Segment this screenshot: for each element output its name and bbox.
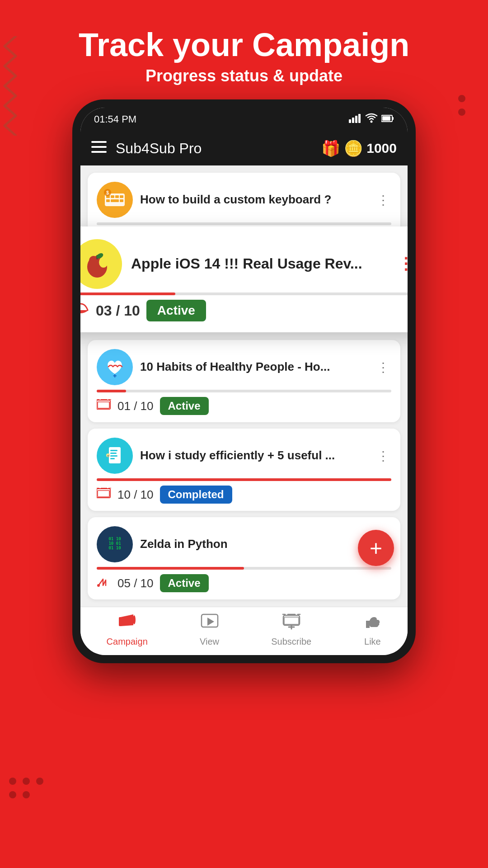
progress-bar-fill-4 — [97, 478, 391, 481]
campaign-card-3: ✚ 10 Habits of Healthy People - Ho... ⋮ — [88, 340, 400, 422]
nav-item-view[interactable]: View — [200, 613, 219, 647]
highlighted-card-icon — [80, 239, 122, 289]
status-time: 01:54 PM — [94, 113, 136, 125]
nav-item-campaign[interactable]: Campaign — [107, 613, 148, 647]
campaign-icon — [118, 613, 136, 634]
header-subtitle: Progress status & update — [0, 66, 488, 85]
svg-text:01 10: 01 10 — [108, 537, 121, 541]
campaign-card-5: 01 10 10 01 01 10 Zelda in Python ⋮ — [88, 517, 400, 599]
like-icon — [363, 613, 381, 634]
svg-rect-17 — [111, 199, 119, 202]
progress-bar-bg-5 — [97, 567, 391, 570]
nav-label-campaign: Campaign — [107, 637, 148, 647]
bottom-nav: Campaign View — [80, 607, 408, 655]
card-menu-btn-1[interactable]: ⋮ — [375, 191, 391, 209]
card-title-3: 10 Habits of Healthy People - Ho... — [140, 359, 368, 375]
card-title-5: Zelda in Python — [140, 537, 368, 552]
status-badge-5: Active — [160, 574, 209, 592]
nav-label-subscribe: Subscribe — [271, 637, 311, 647]
campaign-card-4: ◆ How i study efficiently + 5 useful ...… — [88, 429, 400, 511]
status-badge-3: Active — [160, 397, 209, 415]
card-icon-3: ✚ — [97, 349, 133, 385]
highlighted-card-menu-btn[interactable]: ⋮ — [396, 253, 408, 275]
nav-item-subscribe[interactable]: Subscribe — [271, 613, 311, 647]
svg-rect-39 — [98, 491, 109, 497]
highlighted-progress-bar-bg — [80, 292, 408, 295]
svg-rect-13 — [111, 195, 114, 198]
nav-label-like: Like — [364, 637, 381, 647]
status-icons — [349, 113, 394, 126]
highlighted-card-title: Apple iOS 14 !!! Real Usage Rev... — [131, 255, 387, 274]
signal-icon — [349, 113, 361, 126]
svg-rect-6 — [392, 117, 394, 120]
app-bar: Sub4Sub Pro 🎁 🪙 1000 — [80, 131, 408, 165]
svg-rect-1 — [352, 118, 354, 123]
svg-rect-32 — [110, 450, 117, 451]
svg-rect-34 — [110, 455, 117, 457]
svg-rect-38 — [97, 489, 110, 498]
svg-marker-54 — [121, 614, 133, 626]
svg-rect-3 — [358, 114, 361, 123]
coins-area: 🎁 🪙 1000 — [321, 139, 397, 157]
svg-rect-0 — [349, 119, 351, 123]
svg-rect-9 — [91, 146, 107, 148]
hamburger-menu[interactable] — [91, 141, 107, 156]
header-title: Track your Campaign — [0, 27, 488, 63]
card-type-icon-5 — [97, 576, 111, 591]
wifi-icon — [365, 113, 378, 126]
status-bar: 01:54 PM — [80, 108, 408, 131]
svg-rect-33 — [110, 453, 117, 454]
highlighted-status-badge: Active — [146, 300, 206, 321]
card-icon-5: 01 10 10 01 01 10 — [97, 526, 133, 562]
svg-text:01 10: 01 10 — [108, 546, 121, 550]
subscribe-icon — [282, 613, 300, 634]
card-count-4: 10 / 10 — [117, 488, 154, 502]
card-title-4: How i study efficiently + 5 useful ... — [140, 448, 368, 463]
coin-icon: 🪙 — [344, 139, 363, 157]
svg-rect-18 — [120, 199, 123, 202]
svg-text:✚: ✚ — [113, 373, 117, 378]
svg-rect-7 — [382, 116, 390, 121]
svg-text:$: $ — [106, 190, 109, 195]
progress-bar-bg-1 — [97, 222, 391, 225]
highlighted-card-title-wrapper: Apple iOS 14 !!! Real Usage Rev... — [131, 255, 387, 274]
svg-rect-55 — [119, 617, 122, 626]
svg-rect-8 — [91, 141, 107, 143]
svg-text:10 01: 10 01 — [108, 541, 121, 546]
progress-bar-fill-3 — [97, 390, 126, 392]
nav-item-like[interactable]: Like — [363, 613, 381, 647]
svg-point-4 — [371, 121, 373, 123]
svg-point-50 — [99, 257, 108, 268]
card-count-5: 05 / 10 — [117, 576, 154, 590]
progress-bar-bg-4 — [97, 478, 391, 481]
fab-button[interactable]: + — [358, 530, 394, 566]
app-title: Sub4Sub Pro — [116, 140, 312, 157]
svg-rect-25 — [97, 400, 110, 409]
card-menu-btn-4[interactable]: ⋮ — [375, 447, 391, 465]
card-menu-btn-3[interactable]: ⋮ — [375, 358, 391, 377]
progress-bar-fill-5 — [97, 567, 244, 570]
svg-point-47 — [97, 584, 100, 587]
svg-rect-2 — [355, 116, 357, 123]
svg-rect-15 — [120, 195, 123, 198]
svg-rect-16 — [106, 199, 110, 202]
card-title-1: How to build a custom keyboard ? — [140, 192, 368, 208]
card-type-icon-4 — [97, 488, 111, 502]
highlighted-campaign-card: Apple iOS 14 !!! Real Usage Rev... ⋮ — [80, 226, 408, 332]
header-section: Track your Campaign Progress status & up… — [0, 0, 488, 99]
gift-icon: 🎁 — [321, 139, 340, 157]
coin-amount: 1000 — [366, 141, 397, 156]
battery-icon — [381, 113, 394, 125]
highlighted-progress-bar-fill — [80, 292, 175, 295]
card-icon-4: ◆ — [97, 438, 133, 474]
phone-frame: 01:54 PM — [72, 99, 416, 663]
card-type-icon-3 — [97, 399, 111, 413]
view-icon — [201, 613, 219, 634]
svg-rect-35 — [110, 458, 115, 459]
highlighted-card-count: 03 / 10 — [96, 302, 140, 319]
svg-rect-60 — [284, 617, 299, 624]
progress-bar-bg-3 — [97, 390, 391, 392]
svg-text:◆: ◆ — [107, 454, 109, 457]
nav-label-view: View — [200, 637, 219, 647]
card-count-3: 01 / 10 — [117, 399, 154, 413]
